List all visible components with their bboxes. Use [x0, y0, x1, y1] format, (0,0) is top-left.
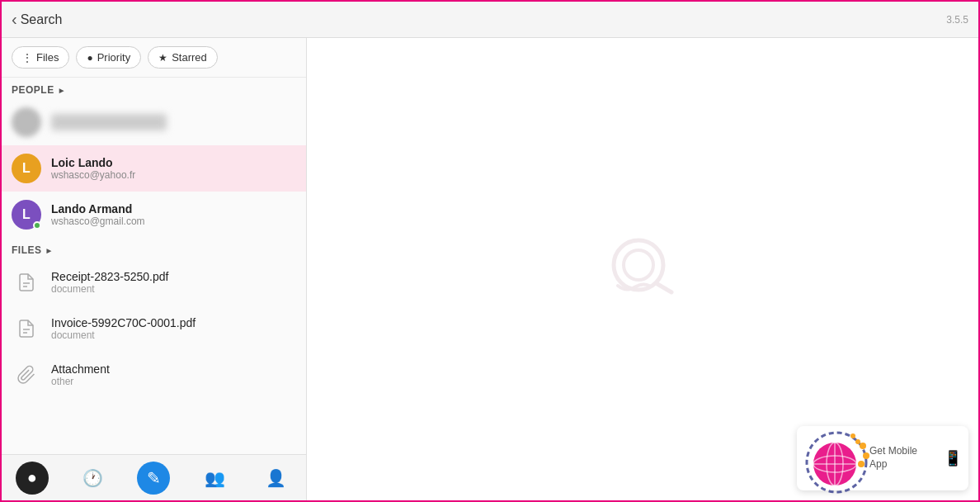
file-type-receipt: document — [51, 283, 168, 295]
file-row-attachment[interactable]: Attachment other — [2, 352, 306, 398]
grid-icon: ⋮ — [22, 52, 32, 64]
empty-state — [601, 228, 684, 310]
filter-bar: ⋮ Files ● Priority ★ Starred — [2, 38, 306, 78]
priority-icon: ● — [87, 52, 92, 64]
pdf-icon-invoice — [12, 314, 41, 343]
app-container: ‹ Search 3.5.5 ⋮ Files ● Priority ★ Star… — [2, 2, 978, 500]
nav-home-button[interactable]: ● — [16, 462, 49, 495]
svg-point-9 — [863, 452, 869, 459]
people-label: PEOPLE — [12, 84, 54, 96]
file-type-invoice: document — [51, 329, 196, 341]
filter-priority-label: Priority — [97, 51, 130, 64]
svg-point-11 — [855, 439, 860, 444]
blurred-name — [51, 114, 167, 130]
person-name-armand: Lando Armand — [51, 202, 145, 215]
clock-icon: 🕐 — [82, 468, 103, 488]
file-info-receipt: Receipt-2823-5250.pdf document — [51, 270, 168, 295]
right-panel: Get Mobile App 📱 — [307, 38, 978, 500]
svg-point-5 — [624, 250, 653, 280]
file-name-receipt: Receipt-2823-5250.pdf — [51, 270, 168, 283]
top-bar: ‹ Search 3.5.5 — [2, 2, 978, 38]
page-title: Search — [21, 12, 63, 27]
groups-icon: 👥 — [205, 468, 225, 488]
filter-priority[interactable]: ● Priority — [76, 46, 141, 69]
attachment-icon — [12, 360, 41, 390]
person-row-loic[interactable]: L Loic Lando wshasco@yahoo.fr — [2, 145, 306, 192]
files-chevron-icon: ► — [45, 246, 54, 255]
avatar-armand: L — [12, 200, 41, 230]
file-type-attachment: other — [51, 376, 110, 387]
filter-starred-label: Starred — [172, 51, 207, 64]
file-name-attachment: Attachment — [51, 362, 110, 376]
svg-point-4 — [614, 240, 663, 290]
nav-groups-button[interactable]: 👥 — [198, 462, 231, 495]
person-row-armand[interactable]: L Lando Armand wshasco@gmail.com — [2, 192, 306, 238]
svg-point-10 — [858, 461, 865, 467]
people-chevron-icon: ► — [58, 86, 66, 95]
back-button[interactable]: ‹ Search — [12, 7, 68, 32]
nav-compose-button[interactable]: ✎ — [137, 462, 170, 495]
files-section-header[interactable]: FILES ► — [2, 238, 306, 259]
star-icon: ★ — [158, 52, 167, 64]
svg-point-12 — [850, 433, 855, 438]
avatar-letter-loic: L — [22, 161, 31, 176]
person-name-loic: Loic Lando — [51, 156, 135, 169]
promo-text: Get Mobile App — [869, 445, 935, 471]
main-layout: ⋮ Files ● Priority ★ Starred PEOPLE ► — [2, 38, 978, 500]
back-arrow-icon: ‹ — [12, 10, 17, 29]
files-label: FILES — [12, 244, 42, 256]
compose-icon: ✎ — [147, 468, 161, 488]
globe-container — [803, 429, 861, 487]
filter-files[interactable]: ⋮ Files — [12, 46, 69, 69]
filter-files-label: Files — [36, 51, 59, 64]
avatar-loic: L — [12, 154, 41, 183]
file-info-attachment: Attachment other — [51, 362, 110, 387]
person-info-armand: Lando Armand wshasco@gmail.com — [51, 202, 145, 227]
people-section-header[interactable]: PEOPLE ► — [2, 78, 306, 99]
person-info-loic: Loic Lando wshasco@yahoo.fr — [51, 156, 135, 181]
filter-starred[interactable]: ★ Starred — [148, 46, 218, 69]
phone-icon: 📱 — [944, 449, 962, 467]
nav-contacts-button[interactable]: 👤 — [259, 462, 292, 495]
online-indicator-armand — [33, 221, 41, 230]
svg-line-6 — [657, 284, 671, 292]
file-info-invoice: Invoice-5992C70C-0001.pdf document — [51, 316, 196, 341]
home-icon: ● — [27, 468, 37, 487]
pdf-icon-receipt — [12, 268, 41, 297]
svg-point-8 — [860, 443, 866, 449]
nav-recent-button[interactable]: 🕐 — [77, 462, 110, 495]
file-row-invoice[interactable]: Invoice-5992C70C-0001.pdf document — [2, 305, 306, 352]
file-row-receipt[interactable]: Receipt-2823-5250.pdf document — [2, 259, 306, 305]
mobile-promo[interactable]: Get Mobile App 📱 — [797, 426, 968, 490]
file-name-invoice: Invoice-5992C70C-0001.pdf — [51, 316, 196, 329]
avatar-letter-armand: L — [22, 207, 31, 222]
bottom-nav: ● 🕐 ✎ 👥 👤 — [2, 454, 306, 500]
version-label: 3.5.5 — [946, 14, 968, 26]
contacts-icon: 👤 — [266, 468, 286, 488]
blurred-avatar — [12, 107, 41, 137]
person-email-loic: wshasco@yahoo.fr — [51, 169, 135, 181]
left-panel: ⋮ Files ● Priority ★ Starred PEOPLE ► — [2, 38, 307, 500]
person-email-armand: wshasco@gmail.com — [51, 215, 145, 227]
blurred-person-row — [2, 99, 306, 145]
